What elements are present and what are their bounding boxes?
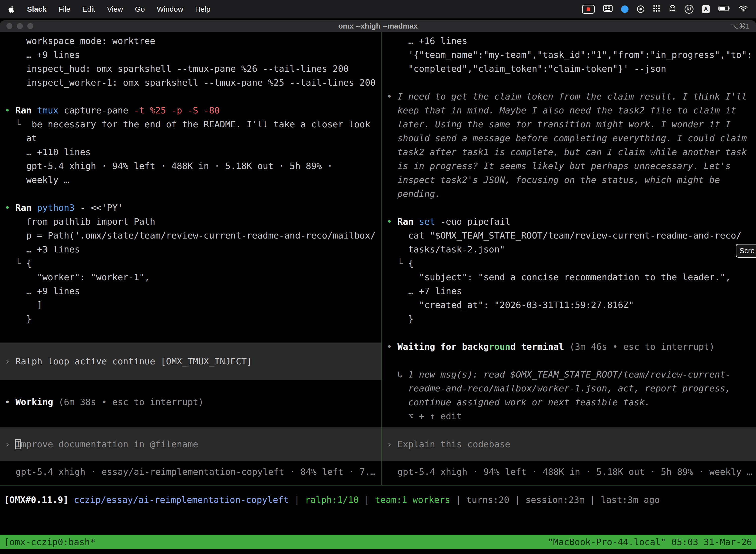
- terminal-line: [OMX#0.11.9] cczip/essay/ai-reimplementa…: [4, 493, 660, 507]
- menu-item-help[interactable]: Help: [195, 5, 210, 13]
- left-pane[interactable]: workspace_mode: worktree … +9 lines insp…: [0, 32, 381, 485]
- menu-bar: Slack FileEditViewGoWindowHelp 61 A: [0, 0, 756, 18]
- omx-status-line: [OMX#0.11.9] cczip/essay/ai-reimplementa…: [0, 493, 660, 507]
- round-app-icon[interactable]: [637, 5, 644, 13]
- terminal-text: {: [408, 258, 414, 268]
- close-button[interactable]: [6, 23, 12, 29]
- menu-item-file[interactable]: File: [58, 5, 70, 13]
- terminal-text: {: [26, 258, 32, 268]
- left-pane-output: workspace_mode: worktree … +9 lines insp…: [0, 32, 381, 326]
- terminal-text: •: [387, 341, 397, 352]
- terminal-text: python3: [37, 203, 75, 213]
- terminal-text: gpt-5.4 xhigh · 94% left · 488K in · 5.1…: [5, 161, 333, 171]
- terminal-text: weekly …: [5, 175, 69, 185]
- menu-item-app[interactable]: Slack: [27, 5, 46, 13]
- terminal-line: ⌥ + ↑ edit: [387, 409, 756, 423]
- prompt-suggestion-right[interactable]: › Explain this codebase: [382, 428, 756, 461]
- menu-item-window[interactable]: Window: [157, 5, 183, 13]
- terminal-text: I: [15, 439, 21, 449]
- right-pane-output: … +16 lines '{"team_name":"my-team","tas…: [382, 32, 756, 423]
- blue-app-icon[interactable]: [621, 5, 629, 13]
- terminal-line: ]: [5, 298, 381, 312]
- menu-item-go[interactable]: Go: [135, 5, 145, 13]
- terminal-text: •: [5, 397, 15, 407]
- tmux-session-label: [omx-cczip0:bash*: [4, 537, 95, 547]
- terminal-text: •: [5, 203, 15, 213]
- terminal-text: should send a message before completing …: [387, 133, 747, 143]
- terminal-text: }: [5, 314, 32, 324]
- right-pane[interactable]: … +16 lines '{"team_name":"my-team","tas…: [382, 32, 756, 485]
- terminal-line: └ be necessary for the end of the README…: [5, 117, 381, 131]
- terminal-text: team:1 workers: [375, 495, 450, 505]
- apple-menu-icon[interactable]: [8, 5, 15, 13]
- terminal-line: … +9 lines: [5, 48, 381, 62]
- terminal-line: └ {: [387, 257, 756, 270]
- terminal-text: Ralph loop active continue [OMX_TMUX_INJ…: [15, 356, 252, 366]
- terminal-line: "created_at": "2026-03-31T11:59:27.816Z": [387, 298, 756, 312]
- terminal-line: › Explain this codebase: [387, 437, 510, 451]
- terminal-line: cat "$OMX_TEAM_STATE_ROOT/team/review-cu…: [387, 229, 756, 242]
- terminal-text: Ran: [15, 203, 37, 213]
- terminal-text: mprove documentation in @filename: [21, 439, 198, 449]
- window-shortcut: ⌥⌘1: [731, 20, 750, 32]
- working-indicator: • Working (6m 38s • esc to interrupt): [0, 395, 204, 409]
- window-titlebar[interactable]: omx --xhigh --madmax ⌥⌘1: [0, 20, 756, 32]
- input-source-icon[interactable]: A: [702, 5, 710, 13]
- terminal-text: |: [509, 495, 525, 505]
- terminal-text: inspect_worker-1: omx sparkshell --tmux-…: [5, 77, 376, 88]
- prompt-suggestion-left[interactable]: › Improve documentation in @filename: [0, 428, 381, 461]
- terminal-line: inspect task2's JSON, focusing on the st…: [387, 173, 756, 187]
- terminal-text: later. Using the same for transition mig…: [387, 119, 731, 129]
- terminal-line: [5, 187, 381, 201]
- terminal-line: should send a message before completing …: [387, 131, 756, 145]
- left-model-status: gpt-5.4 xhigh · essay/ai-reimplementatio…: [0, 465, 376, 479]
- menu-item-edit[interactable]: Edit: [82, 5, 95, 13]
- terminal-text: gpt-5.4 xhigh · essay/ai-reimplementatio…: [5, 466, 376, 477]
- terminal-line: from pathlib import Path: [5, 215, 381, 229]
- battery-icon[interactable]: [718, 5, 731, 13]
- terminal-line: inspect_hud: omx sparkshell --tmux-pane …: [5, 62, 381, 76]
- terminal-text: -euo pipefail: [435, 216, 510, 227]
- minimize-button[interactable]: [17, 23, 23, 29]
- terminal-text: gpt-5.4 xhigh · 94% left · 488K in · 5.1…: [387, 466, 752, 477]
- terminal-line: • I need to get the claim token from the…: [387, 90, 756, 104]
- terminal-line: gpt-5.4 xhigh · essay/ai-reimplementatio…: [5, 465, 376, 479]
- menu-item-view[interactable]: View: [107, 5, 123, 13]
- tmux-host-time: "MacBook-Pro-44.local" 05:03 31-Mar-26: [548, 537, 752, 547]
- menu-items: FileEditViewGoWindowHelp: [58, 5, 210, 13]
- terminal-line: › Improve documentation in @filename: [5, 437, 198, 451]
- terminal-text: Waiting for backg: [397, 341, 489, 352]
- terminal-line: continue assigned work or next feasible …: [387, 395, 756, 409]
- zoom-button[interactable]: [27, 23, 33, 29]
- wifi-icon[interactable]: [739, 5, 748, 13]
- terminal-line: is in progress? It seems likely but perh…: [387, 159, 756, 173]
- terminal-text: I need to get the claim token from the c…: [397, 91, 747, 102]
- terminal-line: [387, 201, 756, 215]
- terminal-text: -t %25 -p -S -80: [134, 105, 220, 115]
- terminal-text: ]: [5, 300, 43, 310]
- terminal-text: "worker": "worker-1",: [5, 272, 150, 282]
- terminal-text: … +9 lines: [5, 50, 80, 60]
- screen-recording-indicator[interactable]: [582, 5, 595, 14]
- terminal-text: turns:20: [466, 495, 509, 505]
- terminal-line: › Ralph loop active continue [OMX_TMUX_I…: [5, 354, 252, 368]
- terminal-text: inspect_hud: omx sparkshell --tmux-pane …: [5, 63, 349, 74]
- terminal-text: ›: [5, 439, 15, 449]
- terminal-line: keep that in mind. Maybe I also need the…: [387, 104, 756, 117]
- terminal-line: pending.: [387, 187, 756, 201]
- ghost-app-icon[interactable]: [669, 5, 676, 14]
- terminal-text: roun: [489, 341, 510, 352]
- terminal-text: ↳: [387, 369, 408, 380]
- terminal-text: pending.: [387, 189, 441, 199]
- terminal-window: omx --xhigh --madmax ⌥⌘1 workspace_mode:…: [0, 20, 756, 554]
- app-grid-icon[interactable]: [653, 5, 660, 14]
- terminal-line: [5, 90, 381, 104]
- terminal-line: weekly …: [5, 173, 381, 187]
- keyboard-icon[interactable]: [603, 5, 613, 14]
- battery-percent-badge[interactable]: 61: [685, 5, 693, 14]
- terminal-text: Working: [15, 397, 53, 407]
- window-controls: [6, 20, 33, 32]
- terminal-text: |: [450, 495, 466, 505]
- terminal-text: Ran: [397, 216, 419, 227]
- terminal-line: [387, 326, 756, 340]
